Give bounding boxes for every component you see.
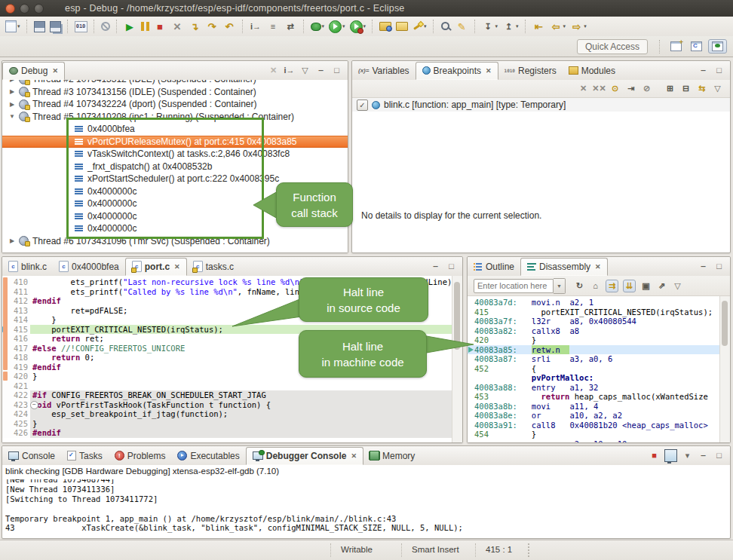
new-project-button[interactable] [378,20,393,32]
tab-outline[interactable]: Outline [468,258,520,276]
disasm-line[interactable]: 454 } [468,430,720,439]
window-close-button[interactable] [5,4,15,14]
open-perspective-button[interactable] [667,40,685,53]
location-dropdown-icon[interactable]: ▼ [554,278,566,294]
debug-perspective-button[interactable] [708,39,727,54]
tab-console[interactable]: Console [2,447,61,465]
tab-tasks-c[interactable]: c tasks.c [187,258,240,276]
resume-button[interactable]: ▶ [122,19,138,35]
tab-disassembly[interactable]: Disassembly ✕ [520,258,608,276]
expand-arrow-icon[interactable]: ▶ [8,237,16,244]
external-tools-button[interactable]: ▾ [411,20,428,33]
show-breakpoints-for-button[interactable]: ⊙ [608,81,622,96]
forward-button[interactable]: ⇨▾ [569,19,588,35]
debug-button[interactable]: ▾ [309,21,327,32]
editor-gutter[interactable]: 422 [2,390,30,400]
window-minimize-button[interactable] [20,4,29,14]
tab-tasks[interactable]: Tasks [61,447,109,465]
fold-minus-icon[interactable]: − [30,401,38,409]
disasm-line[interactable]: or a2, a10, a10 [468,439,720,443]
binary-console-button[interactable]: 010 [73,20,89,34]
minimize-button[interactable]: ‒ [314,63,328,78]
tab-modules[interactable]: Modules [563,62,621,80]
close-icon[interactable]: ✕ [595,263,601,271]
maximize-button[interactable]: □ [712,448,726,463]
next-annotation-button[interactable]: ↧▾ [480,19,500,35]
back-button[interactable]: ⇦▾ [548,19,568,35]
maximize-button[interactable]: □ [712,63,726,78]
skip-all-breakpoints-button[interactable] [100,20,112,32]
console-dropdown-button[interactable]: ▾ [680,448,695,463]
line-number[interactable]: 411 [14,287,28,296]
minimize-button[interactable]: ‒ [428,259,443,274]
close-icon[interactable]: ✕ [486,67,492,75]
tab-registers[interactable]: 1010 Registers [498,62,563,80]
console-output[interactable]: [New Thread 1073468744][New Thread 10734… [2,479,720,537]
instruction-stepping-button[interactable]: i→ [248,19,264,35]
line-number[interactable]: 414 [14,315,28,324]
remove-all-breakpoints-button[interactable]: ✕✕ [592,81,606,96]
remove-all-terminated-button[interactable]: ✕ [266,63,281,78]
code-line[interactable]: 422#if CONFIG_FREERTOS_BREAK_ON_SCHEDULE… [2,390,452,400]
line-number[interactable]: 422 [14,390,28,399]
line-number[interactable]: 419 [14,363,28,372]
code-line[interactable]: 424 esp_set_breakpoint_if_jtag(function)… [2,409,452,419]
expand-arrow-icon[interactable]: ▶ [8,88,16,95]
disasm-line[interactable]: 40083a85: retw.n [468,345,720,355]
disasm-line[interactable]: 40083a7d: movi.n a2, 1 [468,298,720,308]
editor-gutter[interactable]: 421 [2,381,30,391]
suspend-button[interactable] [140,20,151,32]
terminate-console-button[interactable]: ■ [647,448,661,463]
disasm-line[interactable]: 415 portEXIT_CRITICAL_NESTED(irqStatus); [468,308,720,317]
sync-with-active-debug-context-button[interactable]: ⇉ [604,278,620,294]
disasm-line[interactable]: 40083a87: srli a3, a0, 6 [468,354,720,364]
stack-frame-row[interactable]: vPortCPUReleaseMutex() at port.c:415 0x4… [2,136,348,148]
tab-executables[interactable]: Executables [171,447,245,465]
editor-gutter[interactable]: 426 [2,428,30,438]
view-menu-button[interactable]: ▽ [710,81,725,96]
cpp-perspective-button[interactable] [688,40,705,53]
minimize-button[interactable]: ‒ [696,259,710,274]
tab-variables[interactable]: (x)= Variables [352,62,416,80]
disasm-line[interactable]: 40083a8e: or a10, a2, a2 [468,411,720,421]
disasm-line[interactable]: 40083a8b: movi a11, 4 [468,402,720,412]
step-over-button[interactable]: ↷ [204,19,220,35]
line-number[interactable]: 413 [14,306,28,315]
tab-blink-c[interactable]: c blink.c [2,258,53,276]
tab-debugger-console[interactable]: Debugger Console ✕ [246,447,363,465]
instruction-stepping-toggle-button[interactable]: i→ [282,63,296,78]
thread-row[interactable]: ▶Thread #6 1073431096 (Tmr Svc) (Suspend… [2,235,348,248]
editor-gutter[interactable]: 424 [2,409,30,419]
expand-arrow-icon[interactable]: ▶ [8,80,16,83]
thread-row[interactable]: ▶Thread #2 1073413312 (IDLE) (Suspended … [2,80,348,86]
line-number[interactable]: 424 [14,409,28,418]
new-button[interactable]: ▾ [4,19,22,34]
line-number[interactable]: 425 [14,419,28,428]
editor-scrollbar[interactable] [452,276,462,442]
editor-gutter[interactable]: 423− [2,400,30,410]
disasm-line[interactable]: 420 } [468,335,720,345]
line-number[interactable]: 412 [14,296,28,305]
link-with-debug-view-button[interactable]: ⇆ [695,81,709,96]
line-number[interactable]: 423 [14,400,28,409]
quick-access-button[interactable]: Quick Access [577,39,648,54]
expand-arrow-icon[interactable]: ▼ [8,113,16,120]
expand-all-button[interactable]: ⊞ [663,81,677,96]
minimize-button[interactable]: ‒ [696,63,710,78]
refresh-button[interactable]: ↻ [572,279,587,293]
disasm-line[interactable]: 40083a88: entry a1, 32 [468,383,720,393]
disassembly-listing[interactable]: 40083a7d: movi.n a2, 1415 portEXIT_CRITI… [468,296,720,442]
minimize-button[interactable]: ‒ [696,448,710,463]
view-menu-button[interactable]: ▽ [298,63,312,78]
code-line[interactable]: 421 [2,381,452,391]
track-current-pc-button[interactable]: ⇊ [621,278,637,294]
goto-file-for-breakpoint-button[interactable]: ⇥ [624,81,638,96]
close-icon[interactable]: ✕ [351,452,357,460]
disassembly-scrollbar[interactable] [719,296,730,442]
open-project-button[interactable] [394,20,409,32]
pin-view-button[interactable]: ⇗ [655,279,669,293]
scrollbar-thumb[interactable] [722,301,728,346]
last-edit-location-button[interactable]: ⇤ [531,19,547,35]
disasm-line[interactable]: 452 { [468,364,720,374]
remove-selected-breakpoint-button[interactable]: ✕ [576,81,590,96]
